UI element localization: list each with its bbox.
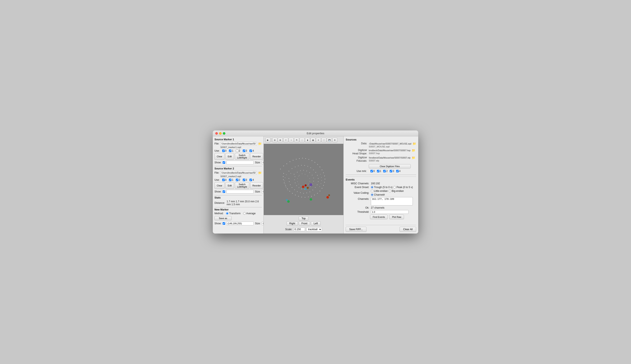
clear-digitizer-btn[interactable]: Clear Digitizer Files xyxy=(369,164,411,168)
svg-point-40 xyxy=(289,171,289,172)
svg-point-113 xyxy=(307,187,309,189)
toolbar-btn-5[interactable]: ⧉ xyxy=(294,138,299,142)
toolbar-btn-4[interactable]: ▿ xyxy=(289,138,294,142)
threshold-input[interactable] xyxy=(371,210,409,214)
save-fiff-btn[interactable]: Save FIFF... xyxy=(346,227,367,232)
svg-point-111 xyxy=(302,186,304,188)
distance-label: Distance: xyxy=(214,202,225,204)
top-btn[interactable]: Top xyxy=(299,216,308,220)
sm2-check-3[interactable]: 3 xyxy=(243,178,247,181)
close-button[interactable] xyxy=(215,132,218,135)
sm1-check-3[interactable]: 3 xyxy=(243,149,247,152)
sm2-show-check[interactable] xyxy=(223,190,225,193)
svg-point-80 xyxy=(299,188,299,188)
toolbar-btn-3[interactable]: ▽ xyxy=(283,138,288,142)
sm1-check-0[interactable]: 0 xyxy=(222,149,227,152)
nm-size-input[interactable] xyxy=(262,222,264,225)
window-title: Edit properties xyxy=(307,132,324,135)
toolbar-btn-10[interactable]: ⛶ xyxy=(321,138,327,142)
nm-show-check[interactable] xyxy=(223,222,225,225)
svg-point-8 xyxy=(299,158,300,159)
svg-point-23 xyxy=(320,191,320,192)
new-marker-save-as-btn[interactable]: Save as xyxy=(214,216,232,220)
toolbar-btn-2[interactable]: ⊠ xyxy=(278,138,283,142)
trough-radio[interactable]: Trough (5 to 0 v) xyxy=(371,186,392,189)
svg-point-82 xyxy=(295,183,295,183)
channel-hash-radio[interactable]: Channel# xyxy=(371,193,385,196)
toolbar-btn-9[interactable]: ✳ xyxy=(316,138,321,142)
find-events-btn[interactable]: Find Events xyxy=(370,215,388,219)
toolbar-play-btn[interactable]: ▶ xyxy=(265,138,270,142)
minimize-button[interactable] xyxy=(219,132,222,135)
little-endian-label: Little-endian xyxy=(374,190,388,192)
sm2-btn-row: Clear Edit Switch Left/Right Reorder Sav… xyxy=(214,182,262,189)
mrk-check-1[interactable]: 1 xyxy=(377,170,381,172)
svg-point-30 xyxy=(298,196,299,197)
sm1-show-check[interactable] xyxy=(223,161,225,164)
peak-radio[interactable]: Peak (0 to 5 v) xyxy=(393,186,413,189)
mrk-check-4[interactable]: 4 xyxy=(396,170,401,172)
mrk-check-0[interactable]: 0 xyxy=(371,170,375,172)
transform-radio[interactable]: Transform xyxy=(226,212,240,215)
data-value-col: :/Data/Mouse/raw/S0007/S0007_MOUSE.sqd 📁… xyxy=(369,142,416,148)
sm2-edit-btn[interactable]: Edit xyxy=(225,182,234,189)
channels-textarea[interactable]: 161:177, 178:189 xyxy=(371,197,413,206)
right-btn[interactable]: Right xyxy=(286,221,298,226)
nm-show-label: Show: xyxy=(214,222,221,225)
svg-point-21 xyxy=(323,185,324,186)
toolbar-btn-7[interactable]: ⧫ xyxy=(305,138,310,142)
sm1-clear-btn[interactable]: Clear xyxy=(214,153,224,160)
maximize-button[interactable] xyxy=(223,132,225,135)
front-btn[interactable]: Front xyxy=(299,221,310,226)
svg-point-32 xyxy=(292,193,293,194)
source-marker-2-section: Source Marker 2 File: 📁 S0007_marker2.sq… xyxy=(214,167,262,194)
sm2-check-1[interactable]: 1 xyxy=(229,178,233,181)
toolbar-save-btn[interactable]: 💾 xyxy=(327,138,332,142)
sm2-show-input[interactable] xyxy=(226,190,254,194)
toolbar-btn-6[interactable]: ⬚ xyxy=(299,138,304,142)
big-endian-radio[interactable]: Big-endian xyxy=(389,190,404,192)
source-marker-1-section: Source Marker 1 File: 📁 S0007_marker1.sq… xyxy=(214,138,262,164)
ok-value: 27 channels xyxy=(371,206,385,209)
svg-point-49 xyxy=(316,172,316,173)
sm2-clear-btn[interactable]: Clear xyxy=(214,182,224,189)
nm-show-input[interactable] xyxy=(226,222,254,225)
dig-fid-folder-btn[interactable]: 📁 xyxy=(412,156,415,160)
scale-input[interactable] xyxy=(293,228,305,231)
sm1-edit-btn[interactable]: Edit xyxy=(225,153,234,160)
sm2-reorder-btn[interactable]: Reorder xyxy=(250,182,263,189)
toolbar-settings-btn[interactable]: ⚙ xyxy=(332,138,337,142)
svg-point-54 xyxy=(315,187,316,188)
svg-point-24 xyxy=(317,193,318,194)
sm1-check-2[interactable]: 2 xyxy=(236,149,240,152)
clear-all-btn[interactable]: Clear All xyxy=(400,227,416,232)
sm2-check-4[interactable]: 4 xyxy=(249,178,254,181)
little-endian-radio[interactable]: Little-endian xyxy=(371,190,388,192)
left-btn[interactable]: Left xyxy=(311,221,321,226)
sm1-check-4[interactable]: 4 xyxy=(249,149,254,152)
data-folder-btn[interactable]: 📁 xyxy=(413,142,416,145)
svg-point-86 xyxy=(302,174,302,174)
plot-raw-btn[interactable]: Plot Raw xyxy=(389,215,404,219)
svg-point-2 xyxy=(280,169,281,170)
sm2-check-0[interactable]: 0 xyxy=(222,178,227,181)
mrk-check-2[interactable]: 2 xyxy=(383,170,388,172)
sm1-file-path[interactable] xyxy=(220,142,257,146)
sm1-size-input[interactable] xyxy=(262,161,264,164)
sm1-check-1[interactable]: 1 xyxy=(229,149,233,152)
sm1-folder-btn[interactable]: 📁 xyxy=(258,142,262,146)
toolbar-btn-8[interactable]: ▦ xyxy=(310,138,316,142)
sm2-check-2[interactable]: 2 xyxy=(236,178,240,181)
navigation-select[interactable]: trackball xyxy=(306,227,322,232)
mrk-check-3[interactable]: 3 xyxy=(390,170,394,172)
sm2-file-path[interactable] xyxy=(220,171,257,175)
average-radio[interactable]: Average xyxy=(243,212,255,215)
toolbar-btn-1[interactable]: ⊞ xyxy=(272,138,277,142)
sm1-switch-btn[interactable]: Switch Left/Right xyxy=(235,153,249,160)
sm2-folder-btn[interactable]: 📁 xyxy=(258,171,262,175)
sm2-size-input[interactable] xyxy=(262,190,264,194)
sm1-show-input[interactable] xyxy=(226,161,254,164)
sm2-switch-btn[interactable]: Switch Left/Right xyxy=(235,182,249,189)
sm1-reorder-btn[interactable]: Reorder xyxy=(250,153,263,160)
dig-head-folder-btn[interactable]: 📁 xyxy=(412,149,415,152)
